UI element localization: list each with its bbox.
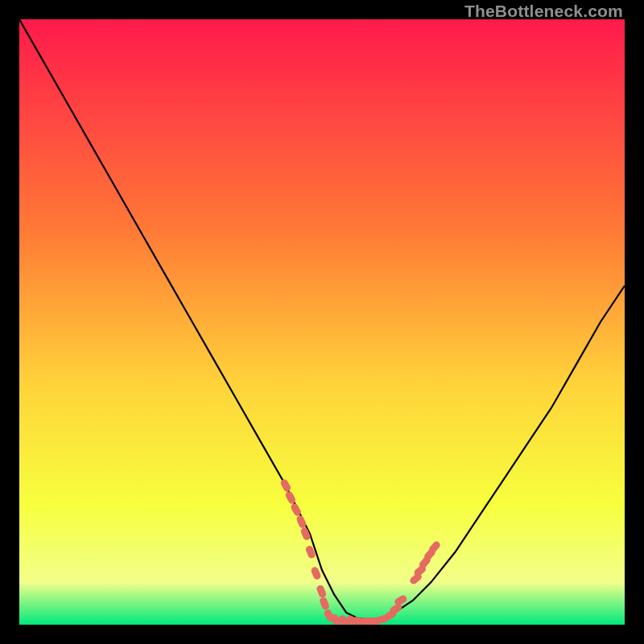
chart-frame bbox=[19, 19, 625, 625]
gradient-background bbox=[19, 19, 625, 625]
watermark-text: TheBottleneck.com bbox=[464, 2, 623, 21]
bottleneck-chart bbox=[19, 19, 625, 625]
